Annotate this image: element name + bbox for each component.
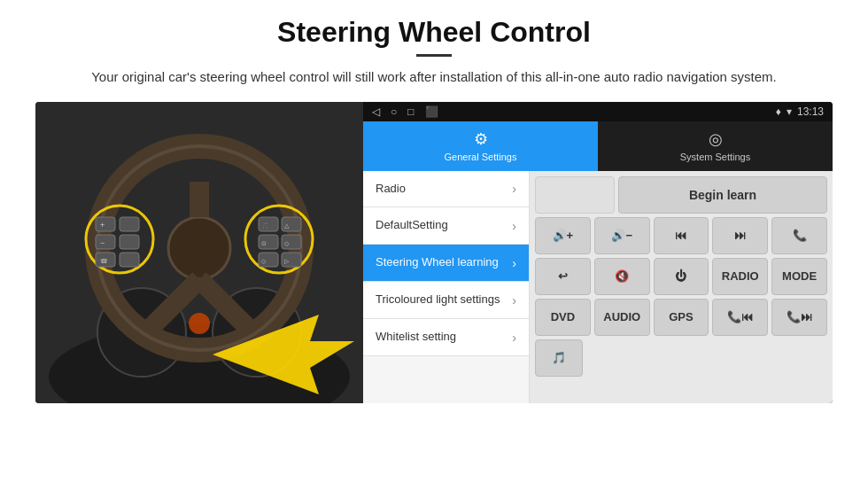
menu-item-whitelist[interactable]: Whitelist setting › [363, 319, 529, 356]
chevron-right-icon: › [512, 293, 516, 308]
menu-item-default[interactable]: DefaultSetting › [363, 207, 529, 245]
dvd-label: DVD [551, 310, 575, 323]
begin-learn-button[interactable]: Begin learn [618, 176, 827, 214]
empty-slot-1 [535, 176, 615, 214]
prev-track-button[interactable]: ⏮ [654, 217, 709, 254]
tab-system-label: System Settings [680, 152, 750, 162]
next-track-button[interactable]: ⏭ [712, 217, 768, 254]
vol-down-button[interactable]: 🔊− [594, 217, 650, 254]
svg-rect-17 [120, 253, 139, 267]
tab-system[interactable]: ◎ System Settings [598, 121, 833, 171]
vol-up-button[interactable]: 🔊+ [535, 217, 591, 254]
time-display: 13:13 [797, 105, 824, 118]
location-icon: ♦ [776, 105, 781, 118]
radio-label: RADIO [722, 269, 759, 283]
controls-row-1: Begin learn [535, 176, 827, 214]
audio-button[interactable]: AUDIO [594, 299, 650, 336]
power-icon: ⏻ [675, 269, 686, 283]
system-settings-icon: ◎ [709, 129, 723, 149]
radio-button[interactable]: RADIO [712, 258, 768, 295]
left-menu: Radio › DefaultSetting › Steering Wheel … [363, 171, 530, 403]
menu-item-tricoloured[interactable]: Tricoloured light settings › [363, 282, 529, 319]
dvd-button[interactable]: DVD [535, 299, 591, 336]
vol-up-icon: 🔊+ [553, 229, 574, 242]
menu-item-whitelist-label: Whitelist setting [376, 330, 512, 345]
vol-down-icon: 🔊− [611, 229, 632, 242]
status-right: ♦ ▾ 13:13 [776, 105, 824, 118]
nav-buttons: ◁ ○ □ ⬛ [372, 105, 438, 118]
mode-button[interactable]: MODE [771, 258, 827, 295]
tab-bar: ⚙ General Settings ◎ System Settings [363, 121, 833, 171]
mode-label: MODE [782, 269, 817, 283]
mute-button[interactable]: 🔇 [594, 258, 650, 295]
page-title: Steering Wheel Control [35, 16, 833, 49]
steering-wheel-image: + − ☎ 🎵 ⊙ ◇ △ ◇ ▷ [35, 102, 363, 403]
main-content: Radio › DefaultSetting › Steering Wheel … [363, 171, 833, 403]
content-row: + − ☎ 🎵 ⊙ ◇ △ ◇ ▷ [35, 102, 833, 403]
svg-point-4 [189, 313, 210, 334]
gps-label: GPS [669, 310, 693, 323]
tab-general-label: General Settings [445, 152, 517, 162]
controls-row-3: ↩ 🔇 ⏻ RADIO MODE [535, 258, 827, 295]
nav-home-icon[interactable]: ○ [391, 105, 397, 118]
chevron-right-icon: › [512, 182, 516, 196]
status-bar: ◁ ○ □ ⬛ ♦ ▾ 13:13 [363, 102, 833, 121]
svg-rect-13 [96, 235, 115, 249]
call-next-button[interactable]: 📞⏭ [771, 299, 827, 336]
nav-dot-icon[interactable]: ⬛ [425, 105, 438, 118]
menu-item-radio[interactable]: Radio › [363, 171, 529, 208]
svg-text:−: − [100, 238, 105, 247]
svg-text:+: + [100, 221, 105, 230]
menu-item-default-label: DefaultSetting [376, 218, 512, 233]
svg-text:☎: ☎ [100, 258, 108, 264]
menu-item-steering-label: Steering Wheel learning [376, 255, 512, 270]
hang-up-icon: ↩ [558, 269, 568, 283]
nav-square-icon[interactable]: □ [407, 105, 414, 118]
call-next-icon: 📞⏭ [787, 310, 812, 323]
chevron-right-icon: › [512, 219, 516, 233]
svg-rect-16 [120, 235, 139, 249]
svg-text:⊙: ⊙ [261, 240, 267, 246]
menu-item-steering[interactable]: Steering Wheel learning › [363, 245, 529, 282]
controls-row-5: 🎵 [535, 339, 827, 377]
menu-item-tricoloured-label: Tricoloured light settings [376, 292, 512, 308]
svg-rect-15 [120, 217, 139, 231]
svg-text:🎵: 🎵 [261, 222, 269, 230]
power-button[interactable]: ⏻ [654, 258, 709, 295]
prev-track-icon: ⏮ [675, 229, 686, 242]
call-prev-icon: 📞⏮ [727, 310, 753, 323]
chevron-right-icon: › [512, 256, 516, 270]
tab-general[interactable]: ⚙ General Settings [363, 121, 598, 171]
call-prev-button[interactable]: 📞⏮ [712, 299, 768, 336]
right-controls: Begin learn 🔊+ 🔊− ⏮ [530, 171, 833, 403]
controls-row-2: 🔊+ 🔊− ⏮ ⏭ 📞 [535, 217, 827, 254]
next-track-icon: ⏭ [734, 229, 746, 242]
svg-point-7 [168, 217, 230, 279]
media-icon: 🎵 [552, 351, 566, 364]
android-panel: ◁ ○ □ ⬛ ♦ ▾ 13:13 ⚙ General Settings [363, 102, 833, 403]
wifi-icon: ▾ [787, 105, 792, 118]
hang-up-button[interactable]: ↩ [535, 258, 591, 295]
phone-button[interactable]: 📞 [771, 217, 827, 254]
page-subtitle: Your original car's steering wheel contr… [35, 67, 833, 88]
phone-icon: 📞 [793, 229, 807, 242]
media-button[interactable]: 🎵 [535, 339, 583, 377]
title-divider [416, 54, 452, 57]
controls-row-4: DVD AUDIO GPS 📞⏮ 📞⏭ [535, 299, 827, 336]
audio-label: AUDIO [603, 310, 640, 323]
mute-icon: 🔇 [615, 269, 629, 283]
menu-item-radio-label: Radio [376, 182, 512, 197]
general-settings-icon: ⚙ [474, 129, 488, 149]
nav-back-icon[interactable]: ◁ [372, 105, 380, 118]
chevron-right-icon: › [512, 331, 516, 345]
svg-rect-12 [96, 217, 115, 231]
gps-button[interactable]: GPS [654, 299, 709, 336]
